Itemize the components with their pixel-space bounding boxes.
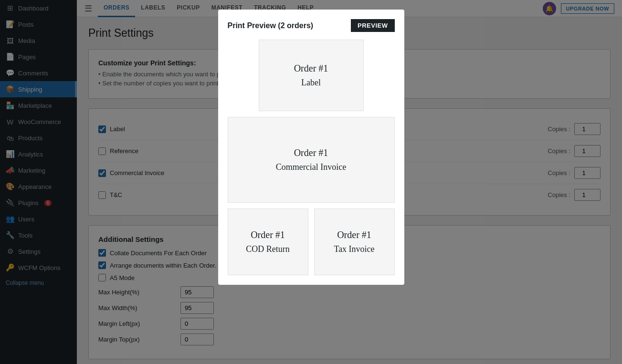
preview-type-tax_invoice: Tax Invoice	[334, 244, 374, 254]
modal-overlay[interactable]: Print Preview (2 orders) PREVIEW Order #…	[0, 0, 622, 364]
preview-card-label: Order #1 Label	[259, 40, 364, 111]
preview-order-label: Order #1	[294, 63, 328, 74]
preview-card-tax_invoice: Order #1 Tax Invoice	[314, 208, 395, 275]
print-preview-modal: Print Preview (2 orders) PREVIEW Order #…	[218, 10, 404, 285]
preview-order-tax_invoice: Order #1	[337, 229, 371, 240]
preview-button[interactable]: PREVIEW	[351, 19, 394, 32]
preview-grid: Order #1 Label Order #1 Commercial Invoi…	[228, 40, 395, 275]
preview-order-ci: Order #1	[294, 147, 328, 158]
preview-type-ci: Commercial Invoice	[276, 162, 346, 172]
preview-card-cod_return: Order #1 COD Return	[228, 208, 308, 275]
preview-row-bottom: Order #1 COD Return Order #1 Tax Invoice	[228, 208, 395, 275]
preview-order-cod_return: Order #1	[251, 229, 285, 240]
modal-header: Print Preview (2 orders) PREVIEW	[228, 19, 395, 32]
preview-card-commercial-invoice: Order #1 Commercial Invoice	[228, 117, 395, 203]
preview-type-cod_return: COD Return	[246, 244, 290, 254]
preview-type-label: Label	[301, 78, 321, 88]
modal-title: Print Preview (2 orders)	[228, 21, 314, 30]
